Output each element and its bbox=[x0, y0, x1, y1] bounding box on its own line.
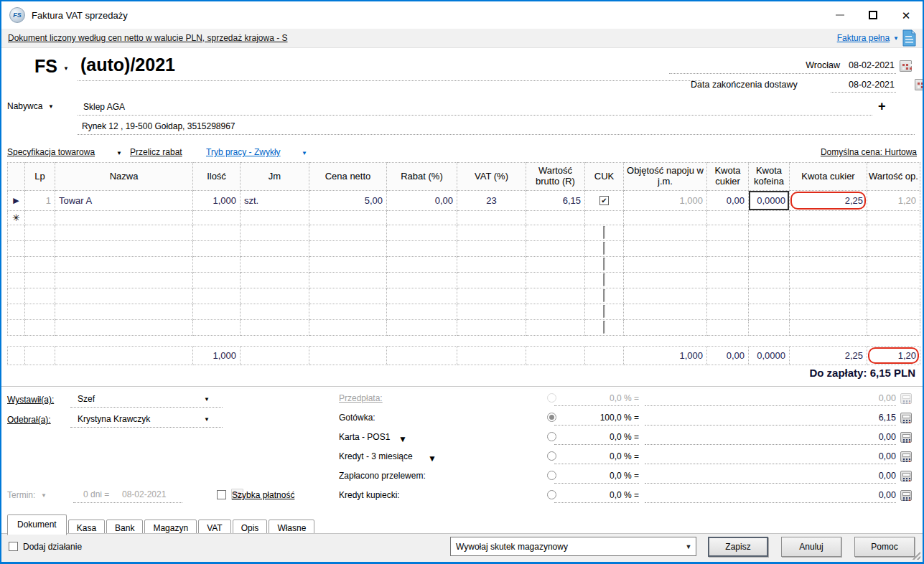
empty-row bbox=[8, 273, 920, 288]
delivery-date-calendar-icon[interactable] bbox=[915, 79, 924, 90]
payment-label[interactable]: Kredyt - 3 miesiące bbox=[339, 451, 413, 461]
col-vat: VAT (%) bbox=[457, 163, 526, 191]
invoice-type-dropdown-icon[interactable]: ▼ bbox=[893, 35, 899, 42]
payment-percent-field[interactable]: 0,0 % = bbox=[554, 449, 639, 464]
work-mode-link[interactable]: Tryb pracy - Zwykły bbox=[206, 147, 281, 157]
cell-quantity[interactable]: 1,000 bbox=[193, 191, 241, 211]
payment-percent-field[interactable]: 100,0 % = bbox=[554, 410, 639, 426]
cell-cuk[interactable]: ✔ bbox=[585, 191, 624, 211]
payment-amount-field[interactable]: 0,00 bbox=[645, 430, 896, 445]
calculator-icon[interactable] bbox=[900, 432, 912, 443]
close-icon: ✕ bbox=[902, 10, 911, 21]
card-dropdown-icon[interactable]: ▼ bbox=[398, 434, 407, 444]
document-icon[interactable] bbox=[902, 29, 916, 47]
calculator-icon[interactable] bbox=[900, 451, 912, 462]
add-buyer-icon[interactable]: + bbox=[878, 101, 886, 111]
calculator-icon[interactable] bbox=[900, 490, 912, 501]
col-cuk: CUK bbox=[585, 163, 624, 191]
invoice-type-link[interactable]: Faktura pełna bbox=[837, 33, 890, 43]
buyer-label[interactable]: Nabywca bbox=[7, 101, 42, 111]
row-marker-cell: ▶ bbox=[8, 191, 25, 211]
cell-name[interactable]: Towar A bbox=[55, 191, 193, 211]
specification-dropdown-icon[interactable]: ▼ bbox=[116, 150, 122, 156]
payment-label[interactable]: Karta - POS1 bbox=[339, 432, 390, 442]
close-button[interactable]: ✕ bbox=[890, 1, 923, 29]
summary-volume: 1,000 bbox=[624, 347, 707, 365]
cuk-checkbox-empty bbox=[603, 258, 605, 271]
recalculate-discount-link[interactable]: Przelicz rabat bbox=[130, 147, 182, 157]
col-nazwa: Nazwa bbox=[55, 163, 193, 191]
issue-date-calendar-icon[interactable] bbox=[900, 60, 912, 72]
minimize-button[interactable] bbox=[823, 1, 857, 29]
warehouse-effect-select[interactable]: Wywołaj skutek magazynowy ▼ bbox=[450, 537, 696, 556]
payment-amount-field[interactable]: 0,00 bbox=[645, 469, 896, 484]
cell-discount[interactable]: 0,00 bbox=[387, 191, 457, 211]
buyer-dropdown-icon[interactable]: ▼ bbox=[48, 103, 54, 110]
document-number-field[interactable]: (auto)/2021 bbox=[78, 55, 701, 81]
buyer-name-field[interactable]: Sklep AGA bbox=[78, 99, 872, 116]
cancel-button[interactable]: Anuluj bbox=[781, 537, 841, 557]
payment-label[interactable]: Przedpłata: bbox=[339, 393, 383, 403]
default-price-link[interactable]: Domyślna cena: Hurtowa bbox=[821, 147, 917, 157]
save-button[interactable]: Zapisz bbox=[708, 537, 768, 557]
add-action-checkbox[interactable] bbox=[9, 542, 18, 551]
cuk-checkbox-empty bbox=[603, 305, 605, 318]
add-action-label[interactable]: Dodaj działanie bbox=[23, 542, 82, 552]
cell-caffeine-focused[interactable]: 0,0000 bbox=[749, 191, 790, 211]
minimize-icon bbox=[836, 14, 844, 16]
footer-bar: Dodaj działanie Wywołaj skutek magazynow… bbox=[1, 533, 923, 562]
payment-percent-field[interactable]: 0,0 % = bbox=[554, 469, 639, 484]
buyer-address-field[interactable]: Rynek 12 , 19-500 Gołdap, 3515298967 bbox=[78, 118, 915, 135]
buyer-name: Sklep AGA bbox=[83, 102, 125, 112]
calculator-icon[interactable] bbox=[900, 471, 912, 481]
payment-percent-field[interactable]: 0,0 % = bbox=[554, 488, 639, 503]
cell-volume: 1,000 bbox=[624, 191, 707, 211]
delivery-date: 08-02-2021 bbox=[849, 80, 895, 90]
total-due: Do zapłaty: 6,15 PLN bbox=[809, 367, 915, 379]
select-dropdown-icon: ▼ bbox=[681, 543, 696, 550]
document-rule-link[interactable]: Dokument liczony według cen netto w walu… bbox=[8, 33, 288, 43]
tab-dokument[interactable]: Dokument bbox=[7, 514, 67, 535]
document-symbol[interactable]: FS bbox=[34, 56, 57, 77]
work-mode-dropdown-icon[interactable]: ▼ bbox=[302, 150, 307, 156]
empty-row bbox=[8, 241, 920, 257]
cell-sugar[interactable]: 0,00 bbox=[707, 191, 749, 211]
specification-menu[interactable]: Specyfikacja towarowa bbox=[7, 147, 95, 157]
delivery-date-field[interactable]: 08-02-2021 bbox=[831, 77, 896, 93]
payment-row-kredyt: Kredyt - 3 miesiące ▼ 0,0 % = 0,00 bbox=[1, 449, 923, 466]
payment-percent-field[interactable]: 0,0 % = bbox=[554, 430, 639, 445]
col-cena-netto: Cena netto bbox=[309, 163, 387, 191]
summary-packaging-highlighted: 1,20 bbox=[867, 347, 920, 365]
cell-gross[interactable]: 6,15 bbox=[526, 191, 585, 211]
empty-row bbox=[8, 225, 920, 241]
document-symbol-dropdown-icon[interactable]: ▼ bbox=[63, 65, 69, 72]
issue-date: 08-02-2021 bbox=[849, 60, 895, 70]
summary-sugar2: 2,25 bbox=[790, 347, 867, 365]
payment-amount-field[interactable]: 0,00 bbox=[645, 488, 896, 503]
cuk-checkbox-checked[interactable]: ✔ bbox=[599, 196, 609, 205]
maximize-button[interactable] bbox=[857, 1, 890, 29]
summary-caffeine: 0,0000 bbox=[749, 347, 790, 365]
cell-sugar2-highlighted[interactable]: 2,25 bbox=[790, 191, 867, 211]
payment-amount-field: 0,00 bbox=[645, 391, 896, 406]
issue-place-date-field[interactable]: Wrocław 08-02-2021 bbox=[669, 59, 896, 74]
payment-amount-field[interactable]: 6,15 bbox=[645, 410, 896, 426]
cell-lp: 1 bbox=[25, 191, 55, 211]
col-objetosc: Objętość napoju w j.m. bbox=[624, 163, 707, 191]
cell-unit[interactable]: szt. bbox=[241, 191, 309, 211]
col-kwota-cukier-2: Kwota cukier bbox=[790, 163, 867, 191]
new-row-icon: ✳ bbox=[12, 212, 20, 223]
new-item-row[interactable]: ✳ bbox=[8, 211, 920, 225]
cell-vat[interactable]: 23 bbox=[457, 191, 526, 211]
calculator-icon[interactable] bbox=[900, 413, 912, 423]
help-button[interactable]: Pomoc bbox=[854, 537, 915, 557]
app-gt-icon: FS bbox=[9, 7, 25, 23]
col-ilosc: Ilość bbox=[193, 163, 241, 191]
cell-net-price[interactable]: 5,00 bbox=[309, 191, 387, 211]
delivery-date-label: Data zakończenia dostawy bbox=[691, 80, 798, 90]
col-jm: Jm bbox=[241, 163, 309, 191]
buyer-address: Rynek 12 , 19-500 Gołdap, 3515298967 bbox=[82, 121, 235, 131]
credit-dropdown-icon[interactable]: ▼ bbox=[428, 453, 437, 464]
empty-row bbox=[8, 257, 920, 273]
payment-amount-field[interactable]: 0,00 bbox=[645, 449, 896, 464]
